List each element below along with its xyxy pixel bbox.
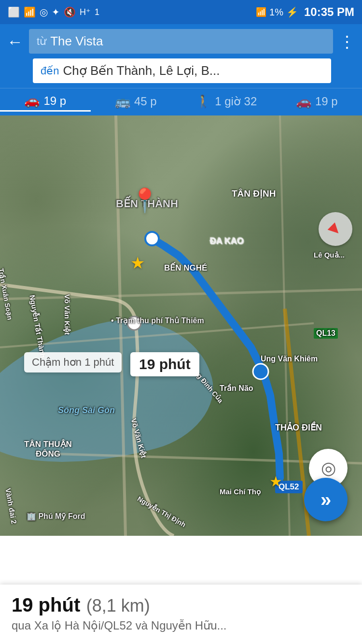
- walk-label: 1 giờ 32: [215, 95, 257, 108]
- origin-star: ★: [130, 253, 145, 272]
- bottom-distance: (8,1 km): [86, 596, 150, 615]
- bottom-route-description: qua Xa lộ Hà Nội/QL52 và Nguyễn Hữu...: [12, 619, 350, 632]
- transport-tabs: 🚗 19 p 🚌 45 p 🚶 1 giờ 32 🚗 19 p: [0, 88, 362, 115]
- status-time: 10:35 PM: [304, 5, 354, 19]
- mute-icon: 🔇: [64, 6, 76, 18]
- walk-icon: 🚶: [195, 94, 211, 109]
- bluetooth-icon: ✦: [52, 6, 60, 18]
- navigation-header: ← từ The Vista ⋮ đến Chợ Bến Thành, Lê L…: [0, 24, 362, 88]
- tab-bike[interactable]: 🚗 19 p: [272, 92, 362, 111]
- tab-walk[interactable]: 🚶 1 giờ 32: [181, 92, 272, 111]
- bottom-duration: 19 phút: [12, 594, 80, 615]
- from-row: ← từ The Vista ⋮: [7, 29, 355, 54]
- tab-transit[interactable]: 🚌 45 p: [91, 92, 181, 111]
- duration-badge: 19 phút: [130, 352, 199, 376]
- battery-percent: 1%: [269, 7, 283, 18]
- bottom-summary-row: 19 phút (8,1 km): [12, 594, 350, 616]
- from-search-box[interactable]: từ The Vista: [29, 29, 333, 54]
- more-options-button[interactable]: ⋮: [339, 32, 355, 51]
- screen-icon: ⬜: [8, 6, 20, 18]
- transit-icon: 🚌: [115, 94, 130, 109]
- status-bar: ⬜ 📶 ◎ ✦ 🔇 H⁺ 1 📶 1% ⚡ 10:35 PM: [0, 0, 362, 24]
- battery-icon: ⚡: [286, 6, 298, 18]
- destination-star: ★: [269, 473, 282, 490]
- wifi-icon: 📶: [24, 6, 36, 18]
- svg-point-6: [145, 232, 159, 245]
- location-status-icon: ◎: [40, 6, 48, 18]
- to-search-box[interactable]: đến Chợ Bến Thành, Lê Lợi, B...: [33, 58, 331, 83]
- bike-icon: 🚗: [296, 94, 311, 109]
- map-area[interactable]: BẾN THÀNH TÂN ĐỊNH ĐA KAO BẾN NGHÉ • Trạ…: [0, 115, 362, 536]
- bike-label: 19 p: [315, 95, 338, 108]
- drive-icon: 🚗: [24, 93, 40, 108]
- network-icon: H⁺: [80, 7, 91, 17]
- to-row: đến Chợ Bến Thành, Lê Lợi, B...: [33, 58, 331, 83]
- slower-badge: Chậm hơn 1 phút: [24, 352, 122, 372]
- from-text: The Vista: [50, 34, 103, 49]
- bottom-info-panel: 19 phút (8,1 km) qua Xa lộ Hà Nội/QL52 v…: [0, 585, 362, 644]
- navigate-fab-icon: »: [320, 489, 331, 511]
- back-button[interactable]: ←: [7, 33, 23, 50]
- my-location-icon: ◎: [321, 458, 336, 478]
- svg-point-7: [127, 316, 141, 330]
- svg-line-0: [116, 115, 125, 536]
- to-prefix: đến: [41, 65, 59, 77]
- svg-line-2: [0, 323, 314, 347]
- status-icons-right: 📶 1% ⚡ 10:35 PM: [256, 5, 354, 19]
- tab-drive[interactable]: 🚗 19 p: [0, 91, 91, 112]
- direction-arrow-icon: ▶: [326, 220, 345, 239]
- direction-indicator: ▶: [319, 212, 352, 246]
- from-prefix: từ: [37, 35, 46, 48]
- navigate-fab-button[interactable]: »: [304, 478, 348, 521]
- transit-label: 45 p: [134, 95, 157, 108]
- drive-label: 19 p: [43, 94, 66, 108]
- status-icons-left: ⬜ 📶 ◎ ✦ 🔇 H⁺ 1: [8, 6, 99, 18]
- to-text: Chợ Bến Thành, Lê Lợi, B...: [63, 63, 220, 78]
- route-path: [0, 115, 362, 536]
- signal-icon: 📶: [256, 7, 266, 17]
- svg-point-8: [253, 364, 268, 379]
- sim-icon: 1: [95, 7, 99, 17]
- destination-pin: 📍: [130, 187, 159, 214]
